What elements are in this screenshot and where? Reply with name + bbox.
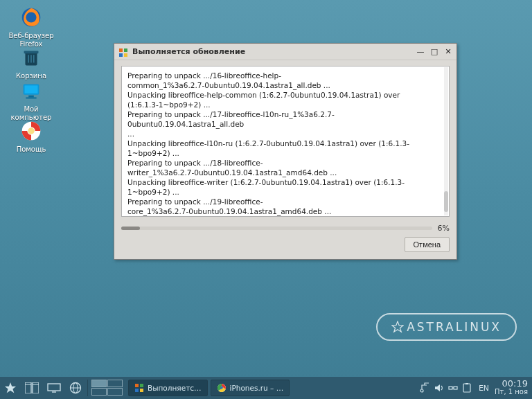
lang-label: EN: [479, 384, 489, 393]
clock-time: 00:19: [502, 380, 528, 388]
task-label: iPhones.ru – …: [230, 384, 284, 392]
taskbar-task-updater[interactable]: Выполняетс…: [128, 380, 208, 396]
svg-rect-3: [24, 51, 39, 54]
maximize-button[interactable]: □: [429, 47, 440, 57]
task-list: Выполняетс… iPhones.ru – …: [125, 377, 416, 399]
svg-rect-37: [466, 383, 468, 384]
svg-rect-33: [449, 387, 452, 389]
desktop-icon: [47, 383, 61, 393]
svg-point-12: [28, 127, 35, 134]
taskbar: Выполняетс… iPhones.ru – … EN 00:19 Пт, …: [0, 377, 532, 399]
desktop-icon-firefox[interactable]: Веб-браузерFirefox: [7, 4, 55, 48]
svg-rect-36: [463, 384, 470, 392]
svg-rect-13: [119, 48, 123, 52]
progress-fill: [121, 227, 140, 230]
usb-tray-icon[interactable]: [419, 382, 432, 394]
log-line: core_1%3a6.2.7-0ubuntu0.19.04.1astra1_am…: [127, 206, 443, 216]
svg-rect-10: [26, 98, 36, 99]
chrome-icon: [217, 383, 227, 393]
dialog-content: Preparing to unpack .../16-libreoffice-h…: [114, 60, 456, 259]
start-menu-button[interactable]: [0, 377, 21, 399]
progress-bar: [121, 227, 432, 230]
scrollbar-thumb[interactable]: [444, 191, 448, 212]
progress-row: 6%: [121, 224, 450, 233]
svg-rect-17: [25, 382, 31, 393]
update-dialog: Выполняется обновление — □ ✕ Preparing t…: [114, 43, 457, 260]
svg-point-1: [26, 12, 36, 22]
log-line: (1:6.1.3-1~bpo9+2) ...: [127, 100, 443, 109]
svg-rect-26: [135, 384, 139, 387]
computer-icon: [18, 78, 44, 104]
svg-rect-14: [124, 48, 127, 52]
svg-rect-15: [119, 53, 123, 57]
svg-rect-21: [48, 384, 60, 391]
updater-icon: [118, 47, 128, 57]
trash-icon: [18, 44, 44, 71]
progress-percent: 6%: [438, 224, 450, 233]
svg-rect-9: [28, 96, 34, 98]
dialog-title: Выполняется обновление: [132, 47, 412, 56]
log-line: common_1%3a6.2.7-0ubuntu0.19.04.1astra1_…: [127, 80, 443, 90]
globe-icon: [69, 382, 82, 394]
volume-tray-icon[interactable]: [433, 382, 445, 394]
help-icon: [18, 118, 44, 144]
window-icon: [25, 382, 39, 393]
workspace-switcher[interactable]: [91, 380, 123, 396]
browser-launcher[interactable]: [65, 377, 86, 399]
svg-rect-34: [454, 387, 457, 389]
close-button[interactable]: ✕: [443, 47, 454, 57]
svg-rect-27: [140, 384, 143, 387]
clipboard-tray-icon[interactable]: [461, 382, 473, 394]
firefox-icon: [18, 4, 44, 30]
clock[interactable]: 00:19 Пт, 1 ноя: [492, 377, 532, 399]
desktop: Веб-браузерFirefox Корзина Мойкомпьютер …: [0, 0, 532, 377]
desktop-icon-computer[interactable]: Мойкомпьютер: [7, 78, 55, 122]
log-line: Preparing to unpack .../17-libreoffice-l…: [127, 109, 443, 129]
network-tray-icon[interactable]: [447, 382, 459, 394]
watermark-logo: ASTRALINUX: [376, 313, 517, 341]
svg-point-32: [420, 389, 423, 392]
star-icon: [4, 382, 17, 394]
updater-icon: [134, 383, 144, 393]
svg-rect-18: [33, 382, 39, 393]
log-line: Preparing to unpack .../16-libreoffice-h…: [127, 71, 443, 80]
log-line: writer_1%3a6.2.7-0ubuntu0.19.04.1astra1_…: [127, 168, 443, 177]
log-line: Preparing to unpack .../18-libreoffice-: [127, 158, 443, 168]
svg-rect-29: [140, 389, 143, 392]
minimize-button[interactable]: —: [415, 47, 426, 57]
svg-rect-28: [135, 389, 139, 392]
desktop-icon-trash[interactable]: Корзина: [7, 44, 55, 80]
system-tray: [416, 377, 476, 399]
taskbar-divider: [87, 380, 88, 396]
cancel-button[interactable]: Отмена: [405, 237, 450, 252]
log-line: Unpacking libreoffice-l10n-ru (1:6.2.7-0…: [127, 139, 443, 158]
star-icon: [391, 321, 404, 333]
taskbar-task-browser[interactable]: iPhones.ru – …: [211, 380, 290, 396]
log-line: Unpacking libreoffice-help-common (1:6.2…: [127, 90, 443, 100]
svg-rect-8: [25, 85, 38, 93]
svg-rect-16: [124, 53, 127, 57]
titlebar[interactable]: Выполняется обновление — □ ✕: [114, 44, 456, 60]
log-output[interactable]: Preparing to unpack .../16-libreoffice-h…: [121, 66, 450, 217]
desktop-icon-help[interactable]: Помощь: [7, 118, 55, 154]
keyboard-layout-indicator[interactable]: EN: [476, 377, 492, 399]
watermark-text: ASTRALINUX: [407, 320, 502, 334]
desktop-icon-label: Помощь: [7, 145, 55, 154]
log-line: Preparing to unpack .../19-libreoffice-: [127, 197, 443, 206]
log-line: Unpacking libreoffice-writer (1:6.2.7-0u…: [127, 177, 443, 197]
log-line: ...: [127, 129, 443, 139]
log-line: Unpacking libreoffice-core (1:6.2.7-0ubu…: [127, 216, 443, 217]
show-desktop-button[interactable]: [43, 377, 65, 399]
task-label: Выполняетс…: [148, 384, 202, 392]
file-manager-button[interactable]: [21, 377, 43, 399]
clock-date: Пт, 1 ноя: [495, 388, 528, 396]
